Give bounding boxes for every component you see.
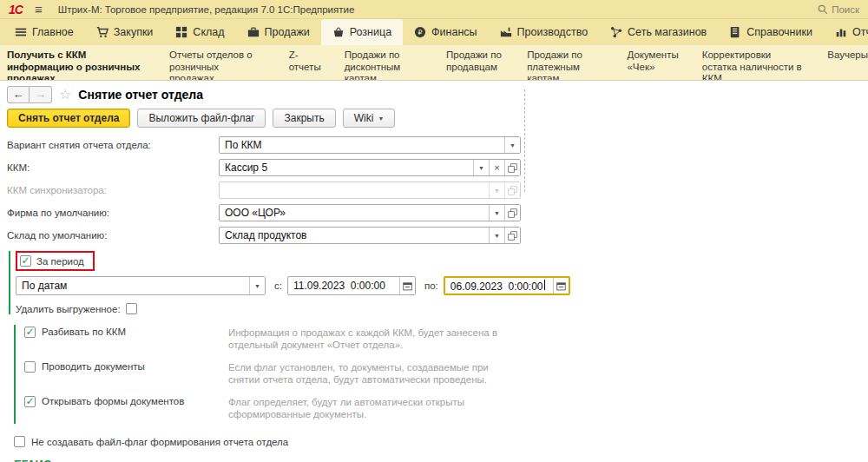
- date-to-field[interactable]: 06.09.2023 0:00:00: [444, 276, 570, 295]
- warehouse-select[interactable]: Склад продуктов ▼: [219, 227, 521, 244]
- open-link-icon[interactable]: [504, 160, 520, 175]
- open-link-icon[interactable]: [504, 228, 520, 243]
- dropdown-button[interactable]: ▼: [489, 205, 504, 221]
- open-link-icon: [504, 182, 520, 198]
- submenu-item-cash-corrections[interactable]: Корректировки остатка наличности в ККМ: [702, 50, 805, 81]
- field-row-kkm-sync: ККМ синхронизатора: ▼: [7, 182, 868, 199]
- field-row-firm: Фирма по умолчанию: ООО «ЦОР» ▼: [7, 204, 868, 221]
- take-report-button[interactable]: Снять отчет отдела: [7, 109, 130, 128]
- factory-icon: [500, 26, 512, 38]
- tab-reports[interactable]: Отчеты: [824, 19, 868, 45]
- options-section: Разбивать по ККМ Информация о продажах с…: [14, 325, 868, 424]
- variant-label: Вариант снятия отчета отдела:: [7, 140, 219, 150]
- text-caret: [544, 280, 545, 290]
- tab-sales[interactable]: Продажи: [236, 19, 321, 45]
- search-icon: [818, 4, 828, 15]
- split-by-kkm-checkbox[interactable]: [24, 327, 36, 338]
- no-fileflag-row: Не создавать файл-флаг формирования отче…: [14, 436, 868, 447]
- submenu-item-get-kkm-info[interactable]: Получить с ККМ информацию о розничных пр…: [7, 50, 146, 81]
- tab-finance[interactable]: ₽ Финансы: [403, 19, 488, 45]
- date-to-label: по:: [424, 280, 438, 291]
- option-description: Флаг определяет, будут ли автоматически …: [228, 396, 515, 420]
- firm-label: Фирма по умолчанию:: [7, 208, 219, 218]
- dropdown-button[interactable]: ▼: [504, 137, 520, 153]
- basket-icon: [332, 26, 345, 38]
- cart-icon: [96, 26, 108, 38]
- dropdown-button[interactable]: ▼: [473, 160, 489, 175]
- submenu-item-check-documents[interactable]: Документы «Чек»: [627, 50, 678, 73]
- option-description: Если флаг установлен, то документы, созд…: [228, 361, 515, 386]
- app-title: Штрих-М: Торговое предприятие, редакция …: [58, 4, 355, 15]
- ruble-icon: ₽: [414, 26, 426, 38]
- period-label: За период: [36, 256, 84, 267]
- open-link-icon[interactable]: [504, 205, 520, 221]
- svg-text:₽: ₽: [418, 29, 423, 36]
- date-from-label: с:: [274, 280, 282, 291]
- splitter[interactable]: [524, 89, 525, 192]
- dropdown-button: ▼: [489, 182, 504, 198]
- submenu-item-vouchers[interactable]: Ваучеры: [827, 50, 868, 62]
- chart-icon: [835, 26, 847, 38]
- tab-retail[interactable]: Розница: [321, 19, 403, 45]
- open-forms-checkbox[interactable]: [24, 396, 36, 407]
- tab-directories[interactable]: Справочники: [718, 19, 824, 45]
- chevron-down-icon: ▼: [378, 116, 384, 122]
- annotation-red-box: За период: [16, 251, 95, 271]
- clear-icon[interactable]: ×: [489, 160, 504, 175]
- kkm-select[interactable]: Кассир 5 ▼ ×: [219, 159, 521, 176]
- option-open-forms: Открывать формы документов Флаг определя…: [24, 396, 868, 420]
- submenu-item-z-reports[interactable]: Z-отчеты: [289, 50, 321, 73]
- period-mode-select[interactable]: По датам ▼: [16, 276, 266, 295]
- wiki-button[interactable]: Wiki ▼: [343, 109, 396, 128]
- tab-warehouse[interactable]: Склад: [164, 19, 235, 45]
- network-icon: [610, 26, 622, 38]
- calendar-icon[interactable]: [553, 278, 569, 294]
- delete-unloaded-checkbox[interactable]: [126, 303, 137, 314]
- close-button[interactable]: Закрыть: [273, 109, 335, 128]
- global-search[interactable]: Поиск: [818, 4, 859, 15]
- post-documents-checkbox[interactable]: [24, 361, 36, 373]
- submenu-item-sales-by-sellers[interactable]: Продажи по продавцам: [446, 50, 503, 73]
- period-section: За период По датам ▼ с: 11.09.2023 0:00:…: [9, 251, 868, 314]
- variant-select[interactable]: По ККМ ▼: [219, 136, 521, 154]
- field-row-warehouse: Склад по умолчанию: Склад продуктов ▼: [7, 227, 868, 244]
- field-row-kkm: ККМ: Кассир 5 ▼ ×: [7, 159, 868, 176]
- egais-group-link[interactable]: ЕГАИС: [14, 458, 51, 462]
- main-menu-icon[interactable]: ≡: [35, 2, 43, 16]
- tab-store-network[interactable]: Сеть магазинов: [599, 19, 718, 45]
- menu-icon: [15, 26, 27, 38]
- kkm-label: ККМ:: [7, 162, 219, 173]
- period-checkbox[interactable]: [20, 255, 31, 267]
- back-button[interactable]: ←: [7, 86, 30, 103]
- title-bar: 1С ≡ Штрих-М: Торговое предприятие, реда…: [0, 0, 868, 19]
- date-from-field[interactable]: 11.09.2023 0:00:00: [287, 276, 416, 295]
- submenu-item-discount-cards[interactable]: Продажи по дисконтным картам: [345, 50, 423, 81]
- grid-icon: [175, 26, 187, 38]
- field-row-variant: Вариант снятия отчета отдела: По ККМ ▼: [7, 136, 868, 154]
- warehouse-label: Склад по умолчанию:: [7, 230, 219, 241]
- kkm-sync-select: ▼: [219, 182, 521, 199]
- submenu-item-payment-cards[interactable]: Продажи по платежным картам: [527, 50, 603, 81]
- form-window: ← → ☆ Снятие отчет отдела Снять отчет от…: [0, 81, 868, 461]
- kkm-sync-label: ККМ синхронизатора:: [7, 185, 219, 195]
- firm-select[interactable]: ООО «ЦОР» ▼: [219, 204, 521, 221]
- upload-fileflag-button[interactable]: Выложить файл-флаг: [137, 109, 266, 128]
- dropdown-button[interactable]: ▼: [249, 277, 265, 294]
- ribbon-tabs: Главное Закупки Склад Продажи Розница ₽ …: [0, 19, 868, 45]
- submenu-item-dept-reports[interactable]: Отчеты отделов о розничных продажах: [169, 50, 266, 81]
- calendar-icon[interactable]: [399, 277, 415, 294]
- tab-purchases[interactable]: Закупки: [85, 19, 165, 45]
- tab-production[interactable]: Производство: [489, 19, 600, 45]
- option-description: Информация о продажах с каждой ККМ, буде…: [228, 327, 515, 351]
- forward-button[interactable]: →: [30, 86, 52, 103]
- tab-main[interactable]: Главное: [3, 19, 85, 45]
- book-icon: [729, 26, 741, 38]
- dropdown-button[interactable]: ▼: [489, 228, 504, 243]
- briefcase-icon: [247, 26, 260, 38]
- no-fileflag-checkbox[interactable]: [14, 436, 25, 447]
- option-post-documents: Проводить документы Если флаг установлен…: [24, 361, 868, 386]
- section-commands: Получить с ККМ информацию о розничных пр…: [0, 45, 868, 81]
- favorite-star-icon[interactable]: ☆: [59, 86, 71, 102]
- delete-unloaded-label: Удалить выгруженное:: [16, 304, 121, 314]
- 1c-logo: 1С: [9, 3, 23, 16]
